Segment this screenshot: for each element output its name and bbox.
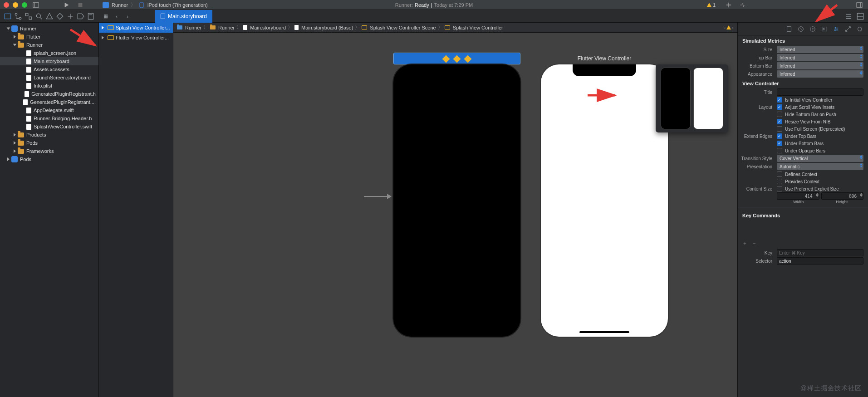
topbar-picker[interactable]: Inferred — [777, 54, 863, 61]
minimap-flutter — [694, 68, 723, 129]
nav-back-icon[interactable]: ‹ — [113, 12, 121, 20]
crumb-seg[interactable]: Runner — [218, 25, 235, 30]
presentation-picker[interactable]: Automatic — [777, 163, 863, 170]
crumb-seg[interactable]: Splash View Controller — [453, 25, 503, 30]
document-outline[interactable]: Splash View Controller... Flutter View C… — [99, 23, 173, 397]
outline-splash-vc[interactable]: Splash View Controller... — [99, 23, 173, 33]
breakpoint-navigator-icon[interactable] — [77, 12, 85, 20]
activity-status: Runner: Ready | Today at 7:29 PM — [395, 2, 473, 8]
debug-navigator-icon[interactable] — [66, 12, 74, 20]
attributes-inspector-icon[interactable] — [833, 25, 840, 33]
report-navigator-icon[interactable] — [87, 12, 95, 20]
crumb-seg[interactable]: Splash View Controller Scene — [370, 25, 436, 30]
close-icon[interactable] — [4, 2, 9, 8]
review-icon[interactable] — [737, 1, 747, 9]
group-flutter[interactable]: Flutter — [0, 33, 98, 41]
project-navigator-icon[interactable] — [4, 12, 12, 20]
issues-badge[interactable]: 1 — [707, 2, 716, 8]
zoom-icon[interactable] — [22, 2, 27, 8]
minimize-icon[interactable] — [13, 2, 18, 8]
content-width-stepper[interactable]: 414 — [777, 192, 819, 200]
scene-header-flutter[interactable]: Flutter View Controller — [541, 53, 668, 64]
resize-from-nib-checkbox[interactable] — [777, 119, 782, 124]
history-inspector-icon[interactable] — [797, 25, 804, 33]
editor-tab[interactable]: Main.storyboard — [155, 10, 212, 23]
stop-button[interactable] — [75, 1, 85, 9]
canvas-minimap[interactable] — [656, 64, 728, 132]
title-field[interactable] — [777, 88, 863, 96]
connections-inspector-icon[interactable] — [856, 25, 863, 33]
jump-bar[interactable]: Runner〉 Runner〉 Main.storyboard〉 Main.st… — [173, 23, 737, 33]
folder-icon — [18, 149, 24, 154]
storyboard-canvas[interactable]: Flutter View Controller — [173, 33, 737, 397]
test-navigator-icon[interactable] — [56, 12, 64, 20]
under-top-bars-checkbox[interactable] — [777, 133, 782, 139]
crumb-seg[interactable]: Main.storyboard — [250, 25, 286, 30]
transition-style-picker[interactable]: Cover Vertical — [777, 155, 863, 162]
selector-field[interactable] — [777, 257, 863, 265]
scene-header-splash[interactable] — [393, 53, 520, 64]
add-key-command-button[interactable]: ＋ — [742, 240, 747, 247]
find-navigator-icon[interactable] — [35, 12, 43, 20]
flutter-view-controller-preview[interactable] — [541, 64, 668, 337]
warning-icon[interactable] — [726, 25, 731, 29]
is-initial-vc-checkbox[interactable] — [777, 97, 782, 103]
identity-inspector-icon[interactable] — [821, 25, 828, 33]
run-button[interactable] — [62, 1, 72, 9]
project-root[interactable]: Runner — [0, 25, 98, 33]
scheme-selector[interactable]: Runner 〉 iPod touch (7th generation) — [103, 1, 208, 8]
nav-forward-icon[interactable]: › — [123, 12, 132, 20]
size-inspector-icon[interactable] — [844, 25, 852, 33]
size-picker[interactable]: Inferred — [777, 46, 863, 53]
provides-context-checkbox[interactable] — [777, 179, 782, 184]
label-height: Height — [820, 200, 864, 204]
crumb-seg[interactable]: Main.storyboard (Base) — [301, 25, 353, 30]
adjust-insets-checkbox[interactable] — [777, 104, 782, 110]
issue-navigator-icon[interactable] — [45, 12, 54, 20]
use-preferred-size-checkbox[interactable] — [777, 186, 782, 191]
file-launchscreen[interactable]: LaunchScreen.storyboard — [0, 74, 98, 82]
content-height-stepper[interactable]: 896 — [821, 192, 864, 200]
symbol-navigator-icon[interactable] — [25, 12, 33, 20]
splash-view-controller-preview[interactable] — [393, 64, 520, 337]
file-info-plist[interactable]: Info.plist — [0, 82, 98, 90]
chevron-right-icon[interactable]: › — [732, 25, 734, 30]
document-outline-icon[interactable] — [844, 12, 853, 20]
file-gpr-h[interactable]: GeneratedPluginRegistrant.h — [0, 90, 98, 98]
outline-label: Flutter View Controller... — [116, 35, 169, 40]
file-splash-json[interactable]: splash_screen.json — [0, 49, 98, 57]
file-inspector-icon[interactable] — [785, 25, 793, 33]
outline-flutter-vc[interactable]: Flutter View Controller... — [99, 33, 173, 43]
group-products[interactable]: Products — [0, 131, 98, 139]
crumb-seg[interactable]: Runner — [185, 25, 201, 30]
group-runner[interactable]: Runner — [0, 41, 98, 49]
source-control-navigator-icon[interactable] — [14, 12, 22, 20]
related-items-icon[interactable]: ▦ — [102, 12, 110, 20]
use-full-screen-checkbox[interactable] — [777, 126, 782, 132]
file-assets[interactable]: Assets.xcassets — [0, 65, 98, 74]
file-main-storyboard[interactable]: Main.storyboard — [0, 57, 98, 65]
sidebar-toggle-icon[interactable] — [31, 1, 41, 9]
group-frameworks[interactable]: Frameworks — [0, 147, 98, 155]
library-icon[interactable] — [854, 1, 864, 9]
defines-context-checkbox[interactable] — [777, 172, 782, 177]
under-opaque-bars-checkbox[interactable] — [777, 148, 782, 153]
appearance-picker[interactable]: Inferred — [777, 70, 863, 78]
key-field[interactable] — [777, 249, 863, 256]
file-splash-vc[interactable]: SplashViewController.swift — [0, 123, 98, 131]
file-bridging-header[interactable]: Runner-Bridging-Header.h — [0, 114, 98, 123]
help-inspector-icon[interactable]: ? — [809, 25, 816, 33]
under-bottom-bars-checkbox[interactable] — [777, 141, 782, 146]
adjust-editor-icon[interactable] — [856, 12, 864, 20]
pods-project[interactable]: Pods — [0, 155, 98, 163]
initial-vc-arrow[interactable] — [364, 196, 391, 197]
bottombar-picker[interactable]: Inferred — [777, 62, 863, 69]
remove-key-command-button[interactable]: － — [752, 240, 757, 247]
hide-bottom-bar-checkbox[interactable] — [777, 112, 782, 117]
file-appdelegate[interactable]: AppDelegate.swift — [0, 106, 98, 114]
project-navigator[interactable]: Runner Flutter Runner splash_screen.json… — [0, 23, 99, 397]
group-pods[interactable]: Pods — [0, 139, 98, 147]
plus-icon[interactable] — [724, 1, 734, 9]
chevron-left-icon[interactable]: ‹ — [724, 25, 726, 30]
file-gpr-m[interactable]: GeneratedPluginRegistrant.... — [0, 98, 98, 106]
